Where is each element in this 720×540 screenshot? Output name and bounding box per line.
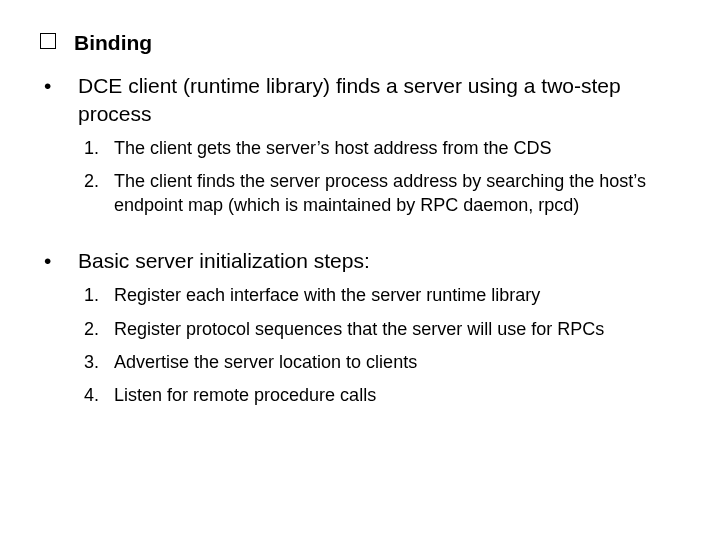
list-text: Register protocol sequences that the ser…	[114, 318, 604, 341]
checkbox-icon	[40, 33, 56, 49]
slide: Binding • DCE client (runtime library) f…	[0, 0, 720, 540]
list-number: 2.	[84, 318, 114, 341]
section2-text: Basic server initialization steps:	[78, 247, 370, 274]
list-item: 1. Register each interface with the serv…	[84, 284, 680, 307]
list-text: Advertise the server location to clients	[114, 351, 417, 374]
section2-bullet: • Basic server initialization steps:	[40, 247, 680, 274]
list-number: 3.	[84, 351, 114, 374]
list-text: Listen for remote procedure calls	[114, 384, 376, 407]
section1-bullet: • DCE client (runtime library) finds a s…	[40, 72, 680, 127]
heading-row: Binding	[40, 30, 680, 56]
list-item: 1. The client gets the server’s host add…	[84, 137, 680, 160]
list-item: 3. Advertise the server location to clie…	[84, 351, 680, 374]
list-text: The client gets the server’s host addres…	[114, 137, 552, 160]
bullet-dot-icon: •	[44, 247, 78, 274]
list-number: 2.	[84, 170, 114, 193]
list-number: 4.	[84, 384, 114, 407]
list-item: 4. Listen for remote procedure calls	[84, 384, 680, 407]
list-text: The client finds the server process addr…	[114, 170, 680, 217]
heading-text: Binding	[74, 30, 152, 56]
list-item: 2. Register protocol sequences that the …	[84, 318, 680, 341]
list-text: Register each interface with the server …	[114, 284, 540, 307]
bullet-dot-icon: •	[44, 72, 78, 99]
section1-text: DCE client (runtime library) finds a ser…	[78, 72, 680, 127]
list-item: 2. The client finds the server process a…	[84, 170, 680, 217]
list-number: 1.	[84, 284, 114, 307]
list-number: 1.	[84, 137, 114, 160]
